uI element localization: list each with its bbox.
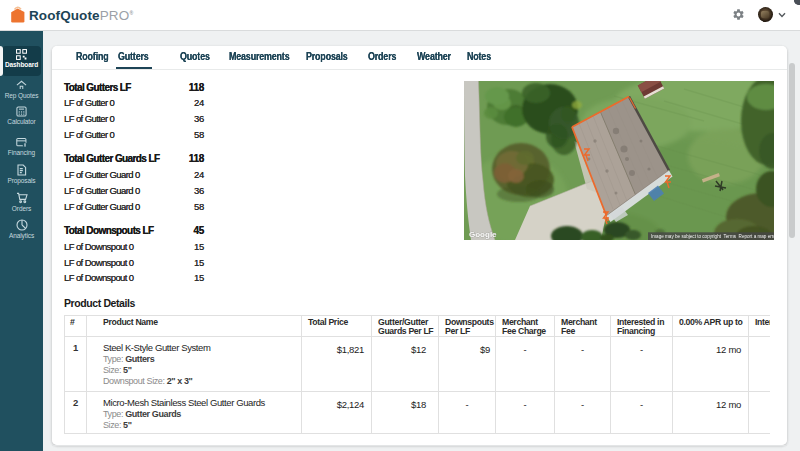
svg-text:Google: Google <box>469 230 497 239</box>
svg-text:Image may be subject to copyri: Image may be subject to copyright Terms … <box>651 234 774 239</box>
